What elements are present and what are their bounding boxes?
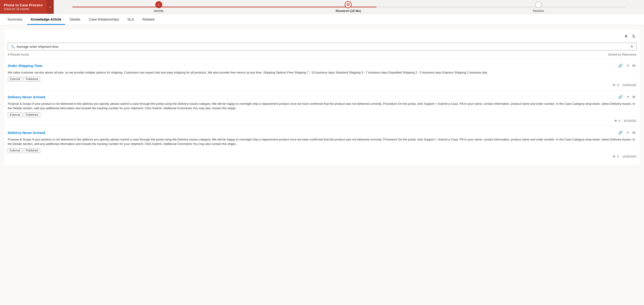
knowledge-article-panel: ▼ ⇅ 🔍 ✕ 6 Results found Sorted by Releva… <box>4 29 640 166</box>
article-link-button[interactable]: 🔗 <box>617 94 624 100</box>
views-icon: 👁 <box>612 155 616 158</box>
step-resolve-label: Resolve <box>533 9 544 12</box>
tag-external: External <box>8 112 22 117</box>
step-research[interactable]: Research (16 Mo) <box>336 1 361 12</box>
step-identify[interactable]: ✓ Identify <box>154 1 164 12</box>
article-title[interactable]: Order Shipping Time <box>8 64 42 68</box>
article-footer: 👁 0 · 4/14/2020 <box>8 119 636 123</box>
toolbar-row: ▼ ⇅ <box>8 33 636 40</box>
article-tags: External Published <box>8 77 636 81</box>
tag-external: External <box>8 77 22 81</box>
results-info-row: 6 Results found Sorted by Relevance <box>8 53 636 56</box>
article-item: Delivery Never Arrived 🔗 ↗ ✉ Purpose & S… <box>8 90 636 126</box>
process-title: Phone to Case Process Active for 16 mont… <box>0 0 47 14</box>
step-identify-circle: ✓ <box>155 1 162 8</box>
article-body: Purpose & Scope If your product is not d… <box>8 101 636 111</box>
article-tags: External Published <box>8 112 636 117</box>
article-header: Order Shipping Time 🔗 ↗ ✉ <box>8 62 636 69</box>
article-link-button[interactable]: 🔗 <box>617 62 624 69</box>
article-body: We value customer service above all else… <box>8 70 636 75</box>
views-icon: 👁 <box>612 83 616 87</box>
article-date: 12/30/2020 <box>622 83 636 87</box>
article-title[interactable]: Delivery Never Arrived <box>8 95 45 99</box>
article-views: 0 <box>617 155 619 158</box>
tag-external: External <box>8 148 22 153</box>
results-count: 6 Results found <box>8 53 29 56</box>
article-item: Delivery Never Arrived 🔗 ↗ ✉ Purpose & S… <box>8 126 636 162</box>
tab-summary[interactable]: Summary <box>4 14 26 25</box>
search-clear-button[interactable]: ✕ <box>630 44 633 49</box>
tag-published: Published <box>24 77 40 81</box>
article-header: Delivery Never Arrived 🔗 ↗ ✉ <box>8 94 636 100</box>
article-actions: 🔗 ↗ ✉ <box>617 129 636 136</box>
tab-knowledge-article[interactable]: Knowledge Article <box>27 14 65 25</box>
process-collapse-button[interactable]: ‹ <box>47 0 54 14</box>
tag-published: Published <box>24 112 40 117</box>
nav-tabs: Summary Knowledge Article Details Case R… <box>0 14 644 25</box>
articles-list: Order Shipping Time 🔗 ↗ ✉ We value custo… <box>8 59 636 162</box>
article-actions: 🔗 ↗ ✉ <box>617 62 636 69</box>
views-icon: 👁 <box>614 119 618 123</box>
step-identify-label: Identify <box>154 9 164 12</box>
article-open-button[interactable]: ↗ <box>625 62 630 69</box>
article-open-button[interactable]: ↗ <box>625 129 630 136</box>
process-name: Phone to Case Process <box>4 3 43 7</box>
tag-published: Published <box>24 148 40 153</box>
process-steps: ✓ Identify Research (16 Mo) Resolve <box>54 0 644 14</box>
tab-case-relationships[interactable]: Case Relationships <box>85 14 122 25</box>
article-views: 0 <box>619 119 620 122</box>
article-footer: 👁 0 · 12/30/2020 <box>8 155 636 158</box>
article-link-button[interactable]: 🔗 <box>617 129 624 136</box>
article-email-button[interactable]: ✉ <box>632 129 636 136</box>
article-open-button[interactable]: ↗ <box>625 94 630 100</box>
sort-button[interactable]: ⇅ <box>631 33 636 40</box>
search-container: 🔍 ✕ <box>8 43 636 50</box>
article-header: Delivery Never Arrived 🔗 ↗ ✉ <box>8 129 636 136</box>
step-research-label: Research (16 Mo) <box>336 9 361 12</box>
article-title[interactable]: Delivery Never Arrived <box>8 131 45 135</box>
main-content: ▼ ⇅ 🔍 ✕ 6 Results found Sorted by Releva… <box>0 25 644 305</box>
process-line-filled <box>72 6 376 7</box>
step-research-circle <box>345 1 352 8</box>
step-resolve[interactable]: Resolve <box>533 1 544 12</box>
search-icon: 🔍 <box>11 45 15 48</box>
results-sort: Sorted by Relevance <box>608 53 636 56</box>
article-date: 12/30/2020 <box>622 155 636 158</box>
article-footer: 👁 0 · 12/30/2020 <box>8 83 636 87</box>
article-item: Order Shipping Time 🔗 ↗ ✉ We value custo… <box>8 59 636 90</box>
article-date: 4/14/2020 <box>624 119 636 122</box>
article-actions: 🔗 ↗ ✉ <box>617 94 636 100</box>
step-resolve-circle <box>535 1 542 8</box>
article-views: 0 <box>617 83 619 87</box>
article-email-button[interactable]: ✉ <box>632 62 636 69</box>
article-body: Purpose & Scope If your product is not d… <box>8 137 636 146</box>
process-subtitle: Active for 16 months <box>4 7 43 11</box>
process-bar: Phone to Case Process Active for 16 mont… <box>0 0 644 14</box>
search-input[interactable] <box>16 45 630 48</box>
tab-sla[interactable]: SLA <box>124 14 138 25</box>
tab-details[interactable]: Details <box>66 14 84 25</box>
tab-related[interactable]: Related <box>139 14 158 25</box>
article-email-button[interactable]: ✉ <box>632 94 636 100</box>
filter-button[interactable]: ▼ <box>623 33 629 40</box>
article-tags: External Published <box>8 148 636 153</box>
